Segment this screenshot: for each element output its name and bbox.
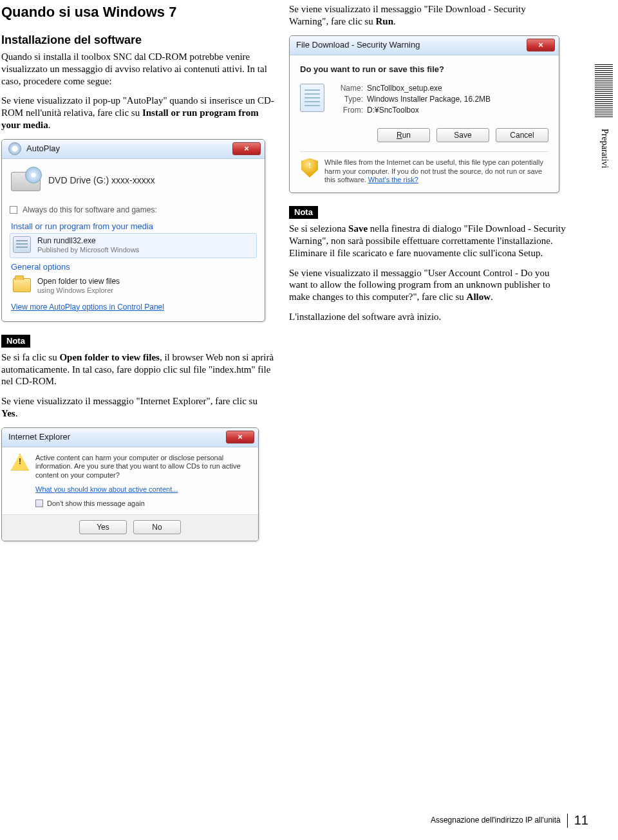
ie-warning-row: Active content can harm your computer or… [11, 454, 249, 480]
always-checkbox[interactable] [10, 206, 17, 214]
fd-fields: Name:SncTollbox_setup.exe Type:Windows I… [333, 84, 491, 117]
left-column: Quando si usa Windows 7 Installazione de… [1, 3, 275, 550]
autoplay-run-line1: Run rundll32.exe [37, 236, 139, 246]
ie-body: Active content can harm your computer or… [2, 447, 258, 509]
autoplay-body: DVD Drive (G:) xxxx-xxxxx Always do this… [2, 159, 265, 321]
ie-dont-show-checkbox[interactable] [35, 499, 43, 507]
fd-risk-link[interactable]: What's the risk? [368, 176, 418, 183]
nota-paragraph-1: Se si fa clic su Open folder to view fil… [1, 351, 275, 387]
nota-badge: Nota [1, 335, 30, 348]
value: Windows Installer Package, 16.2MB [367, 95, 491, 104]
ie-button-row: Yes No [2, 514, 258, 541]
autoplay-open-text: Open folder to view files using Windows … [37, 277, 120, 295]
fd-from-row: From:D:¥SncToolbox [333, 106, 491, 115]
nota-paragraph-2: Se si seleziona Save nella finestra di d… [289, 223, 566, 259]
fd-button-row: Run Save Cancel [300, 123, 548, 151]
side-tab-label: Preparativi [599, 129, 611, 168]
fd-question: Do you want to run or save this file? [300, 64, 548, 75]
autoplay-titlebar: AutoPlay × [2, 140, 265, 159]
text-bold: Run [375, 16, 393, 26]
autoplay-open-line2: using Windows Explorer [37, 286, 120, 295]
section-heading: Quando si usa Windows 7 [1, 3, 275, 21]
close-button[interactable]: × [226, 431, 254, 443]
page-footer: Assegnazione dell'indirizzo IP all'unità… [431, 812, 588, 828]
text-bold: Allow [467, 292, 491, 302]
autoplay-title-text: AutoPlay [26, 144, 60, 154]
footer-text: Assegnazione dell'indirizzo IP all'unità [431, 816, 561, 825]
fd-body: Do you want to run or save this file? Na… [290, 55, 559, 193]
autoplay-general-header: General options [10, 258, 257, 274]
ie-dialog: Internet Explorer × Active content can h… [1, 427, 259, 542]
install-begin: L'installazione del software avrà inizio… [289, 311, 566, 323]
ie-titlebar: Internet Explorer × [2, 428, 258, 447]
side-ornament [595, 64, 613, 117]
text: . [393, 16, 396, 26]
fd-cancel-button[interactable]: Cancel [496, 128, 548, 142]
text: While files from the Internet can be use… [324, 158, 543, 184]
text: Se si fa clic su [1, 352, 59, 362]
autoplay-run-text: Run rundll32.exe Published by Microsoft … [37, 236, 139, 255]
cd-icon [8, 142, 21, 155]
text: Se viene visualizzato il messaggio "User… [289, 268, 550, 303]
ie-no-button[interactable]: No [133, 520, 181, 534]
fd-title-text: File Download - Security Warning [296, 40, 420, 50]
fd-type-row: Type:Windows Installer Package, 16.2MB [333, 95, 491, 104]
autoplay-dialog: AutoPlay × DVD Drive (G:) xxxx-xxxxx Alw… [1, 139, 265, 322]
intro-paragraph: Quando si installa il toolbox SNC dal CD… [1, 51, 275, 87]
autoplay-drive-label: DVD Drive (G:) xxxx-xxxxx [48, 175, 155, 187]
uac-instruction: Se viene visualizzato il messaggio "User… [289, 267, 566, 303]
nota-badge: Nota [289, 206, 318, 219]
text: Se viene visualizzato il messaggio "File… [289, 4, 526, 26]
close-button[interactable]: × [527, 39, 555, 51]
close-button[interactable]: × [232, 142, 261, 155]
ie-title: Internet Explorer [8, 432, 70, 442]
autoplay-instruction: Se viene visualizzato il pop-up "AutoPla… [1, 95, 275, 131]
autoplay-install-header: Install or run program from your media [10, 218, 257, 233]
label: Type: [333, 95, 363, 104]
fd-warning-row: While files from the Internet can be use… [300, 151, 548, 192]
autoplay-run-item[interactable]: Run rundll32.exe Published by Microsoft … [10, 233, 257, 258]
value: SncTollbox_setup.exe [367, 84, 442, 93]
fd-file-info: Name:SncTollbox_setup.exe Type:Windows I… [300, 84, 548, 117]
text: Se si seleziona [289, 223, 348, 234]
ie-active-content-link[interactable]: What you should know about active conten… [35, 485, 178, 494]
file-download-dialog: File Download - Security Warning × Do yo… [289, 35, 559, 194]
fd-run-button[interactable]: Run [377, 128, 430, 142]
footer-divider [567, 814, 568, 828]
warning-icon [11, 454, 29, 471]
page-columns: Quando si usa Windows 7 Installazione de… [0, 0, 618, 550]
installer-icon [13, 236, 31, 253]
package-icon [300, 84, 324, 112]
autoplay-title: AutoPlay [8, 142, 60, 155]
page-number: 11 [574, 812, 588, 828]
text: . [15, 408, 18, 418]
ie-dont-show-label: Don't show this message again [47, 499, 145, 509]
text-bold: Save [348, 223, 368, 234]
right-column: Se viene visualizzato il messaggio "File… [289, 3, 566, 550]
ie-dont-show-row: Don't show this message again [35, 499, 249, 509]
ie-title-text: Internet Explorer [8, 432, 70, 442]
autoplay-open-folder-item[interactable]: Open folder to view files using Windows … [10, 274, 257, 299]
text: Se viene visualizzato il messaggio "Inte… [1, 396, 258, 406]
filedownload-instruction: Se viene visualizzato il messaggio "File… [289, 3, 566, 28]
text-bold: Open folder to view files [59, 352, 160, 362]
text-bold: Yes [1, 408, 15, 418]
label: From: [333, 106, 363, 115]
folder-icon [13, 278, 31, 292]
text: . [491, 292, 493, 302]
autoplay-media-row: DVD Drive (G:) xxxx-xxxxx [10, 165, 257, 201]
ie-yes-button[interactable]: Yes [79, 520, 127, 534]
fd-titlebar: File Download - Security Warning × [290, 36, 559, 55]
fd-title: File Download - Security Warning [296, 40, 420, 50]
dvd-drive-icon [11, 168, 39, 194]
autoplay-always-label: Always do this for software and games: [23, 205, 157, 215]
fd-name-row: Name:SncTollbox_setup.exe [333, 84, 491, 93]
label: Name: [333, 84, 363, 93]
text: . [48, 120, 51, 130]
fd-save-button[interactable]: Save [436, 128, 489, 142]
autoplay-more-options-link[interactable]: View more AutoPlay options in Control Pa… [10, 299, 257, 313]
autoplay-run-line2: Published by Microsoft Windows [37, 246, 139, 255]
subsection-heading: Installazione del software [1, 33, 275, 48]
shield-icon [301, 158, 318, 178]
ie-instruction: Se viene visualizzato il messaggio "Inte… [1, 395, 275, 420]
